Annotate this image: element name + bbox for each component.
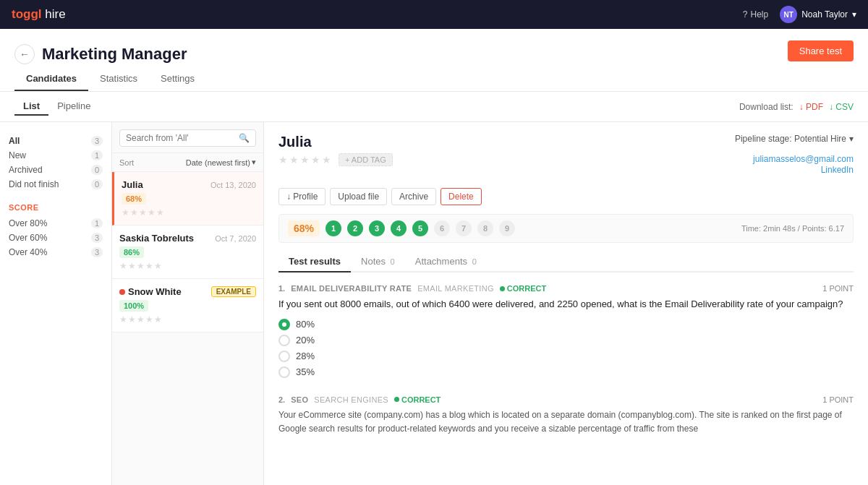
profile-button[interactable]: ↓ Profile (278, 188, 326, 205)
tab-notes[interactable]: Notes 0 (351, 252, 405, 272)
sub-header: List Pipeline Download list: ↓ PDF ↓ CSV (0, 92, 868, 122)
q1-option-4: 35% (278, 366, 854, 378)
archive-button[interactable]: Archive (391, 188, 436, 205)
q1-option-2: 20% (278, 335, 854, 346)
score-num-8[interactable]: 8 (477, 220, 493, 236)
action-buttons: ↓ Profile Upload file Archive Delete (278, 188, 854, 205)
search-icon: 🔍 (239, 133, 250, 143)
logo: toggl hire (12, 7, 66, 22)
filter-over-80[interactable]: Over 80% 1 (9, 216, 103, 231)
user-avatar: NT (780, 6, 797, 23)
question-2: 2. SEO SEARCH ENGINES CORRECT 1 POINT Yo… (278, 395, 854, 436)
download-pdf-button[interactable]: ↓ PDF (799, 102, 823, 112)
filter-new[interactable]: New 1 (9, 148, 103, 163)
candidate-card-saskia[interactable]: Saskia Tobreluts Oct 7, 2020 86% ★★★★★ (112, 226, 263, 279)
radio-empty-icon (278, 366, 290, 378)
candidate-dot (119, 289, 125, 295)
q2-text: Your eCommerce site (company.com) has a … (278, 408, 854, 436)
radio-empty-icon (278, 351, 290, 362)
filter-all[interactable]: All 3 (9, 134, 103, 148)
status-filters: All 3 New 1 Archived 0 Did not finish 0 (9, 134, 103, 192)
tab-candidates[interactable]: Candidates (14, 67, 88, 91)
q1-options: 80% 20% 28% 35% (278, 319, 854, 378)
help-button[interactable]: ? Help (743, 9, 768, 20)
user-menu[interactable]: NT Noah Taylor ▾ (780, 6, 856, 23)
score-num-1[interactable]: 1 (326, 220, 341, 236)
pipeline-stage-dropdown[interactable]: Pipeline stage: Potential Hire ▾ (735, 134, 854, 144)
filter-over-40[interactable]: Over 40% 3 (9, 245, 103, 259)
radio-selected-icon (278, 319, 290, 330)
score-bar: 68% 1 2 3 4 5 6 7 8 9 Time: 2min 48s / P… (278, 214, 854, 243)
main-score: 68% (288, 220, 320, 236)
back-button[interactable]: ← (14, 44, 35, 64)
score-num-2[interactable]: 2 (347, 220, 363, 236)
view-tab-list[interactable]: List (14, 98, 48, 116)
sort-bar: Sort Date (newest first) ▾ (112, 153, 263, 172)
filter-archived[interactable]: Archived 0 (9, 163, 103, 177)
candidate-card-julia[interactable]: Julia Oct 13, 2020 68% ★★★★★ (112, 172, 263, 226)
delete-button[interactable]: Delete (441, 188, 482, 205)
tab-attachments[interactable]: Attachments 0 (405, 252, 487, 272)
score-num-3[interactable]: 3 (369, 220, 385, 236)
add-tag-button[interactable]: + ADD TAG (339, 153, 393, 166)
q1-text: If you sent out 8000 emails, out of whic… (278, 297, 854, 312)
question-1: 1. EMAIL DELIVERABILITY RATE EMAIL MARKE… (278, 284, 854, 378)
q1-option-3: 28% (278, 351, 854, 362)
score-num-4[interactable]: 4 (391, 220, 407, 236)
filter-over-60[interactable]: Over 60% 3 (9, 231, 103, 245)
tab-statistics[interactable]: Statistics (88, 67, 149, 91)
page-title: Marketing Manager (42, 45, 187, 64)
filters-sidebar: All 3 New 1 Archived 0 Did not finish 0 … (0, 122, 112, 485)
share-test-button[interactable]: Share test (788, 40, 854, 61)
q1-option-1: 80% (278, 319, 854, 330)
view-tab-pipeline[interactable]: Pipeline (48, 98, 99, 116)
score-num-7[interactable]: 7 (456, 220, 472, 236)
search-bar: 🔍 (112, 122, 263, 153)
candidate-linkedin[interactable]: LinkedIn (821, 165, 854, 175)
candidate-card-snow-white[interactable]: Snow White EXAMPLE 100% ★★★★★ (112, 279, 263, 332)
download-section: Download list: ↓ PDF ↓ CSV (739, 102, 854, 112)
page-tabs: Candidates Statistics Settings (14, 67, 854, 91)
filter-did-not-finish[interactable]: Did not finish 0 (9, 177, 103, 192)
q1-correct-badge: CORRECT (500, 284, 546, 293)
top-nav: toggl hire ? Help NT Noah Taylor ▾ (0, 0, 868, 29)
q2-correct-badge: CORRECT (394, 395, 441, 404)
candidates-list: 🔍 Sort Date (newest first) ▾ Julia Oct 1… (112, 122, 264, 485)
candidate-detail-name: Julia (278, 134, 312, 150)
view-tabs: List Pipeline (14, 98, 99, 116)
top-nav-right: ? Help NT Noah Taylor ▾ (743, 6, 856, 23)
tab-settings[interactable]: Settings (149, 67, 206, 91)
upload-file-button[interactable]: Upload file (330, 188, 387, 205)
search-input[interactable] (126, 133, 234, 143)
download-csv-button[interactable]: ↓ CSV (829, 102, 854, 112)
candidate-detail: Julia Pipeline stage: Potential Hire ▾ ★… (264, 122, 868, 485)
candidate-email[interactable]: juliamasselos@gmail.com (753, 154, 854, 164)
sort-dropdown[interactable]: Date (newest first) ▾ (186, 158, 256, 167)
score-filters: SCORE Over 80% 1 Over 60% 3 Over 40% 3 (9, 203, 103, 259)
score-num-6[interactable]: 6 (434, 220, 450, 236)
radio-empty-icon (278, 335, 290, 346)
content-tabs: Test results Notes 0 Attachments 0 (278, 252, 854, 272)
main-layout: All 3 New 1 Archived 0 Did not finish 0 … (0, 122, 868, 485)
score-num-5[interactable]: 5 (412, 220, 428, 236)
score-time: Time: 2min 48s / Points: 6.17 (741, 224, 844, 233)
tags-row: ★★★★★ + ADD TAG (278, 153, 393, 166)
score-num-9[interactable]: 9 (499, 220, 515, 236)
page-header: ← Marketing Manager Share test Candidate… (0, 29, 868, 92)
tab-test-results[interactable]: Test results (278, 252, 351, 272)
